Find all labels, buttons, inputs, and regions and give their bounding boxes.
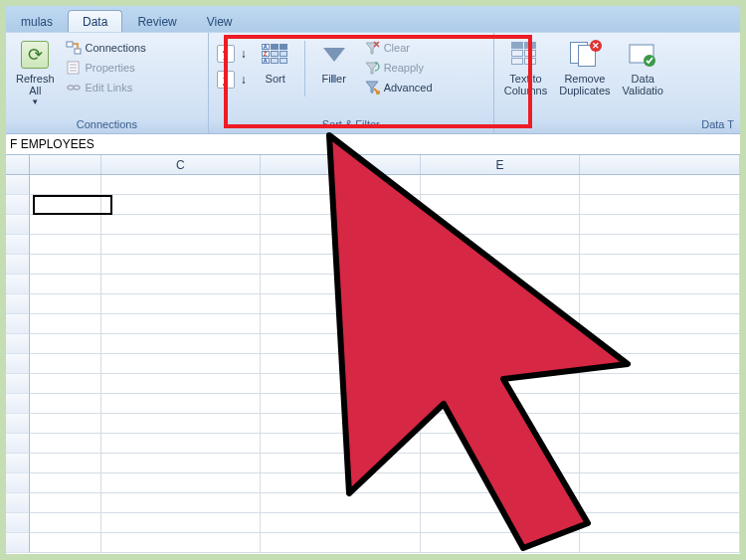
cell[interactable] [30, 414, 101, 434]
cell[interactable] [261, 414, 421, 434]
cell[interactable] [101, 235, 262, 255]
cell[interactable] [101, 493, 262, 513]
row-header[interactable] [6, 354, 30, 374]
cell[interactable] [30, 513, 101, 533]
cell[interactable] [421, 275, 581, 294]
cell[interactable] [580, 394, 740, 414]
row-header[interactable] [6, 314, 30, 334]
advanced-filter-button[interactable]: Advanced [361, 79, 436, 96]
cell[interactable] [421, 235, 581, 255]
cell[interactable] [261, 195, 421, 215]
row-header[interactable] [6, 414, 30, 434]
cell[interactable] [421, 334, 581, 354]
cell[interactable] [30, 354, 101, 374]
row-header[interactable] [6, 215, 30, 235]
row-header[interactable] [6, 175, 30, 195]
cell[interactable] [421, 215, 581, 235]
cell[interactable] [261, 513, 421, 533]
row-header[interactable] [6, 434, 30, 454]
cell[interactable] [30, 493, 101, 513]
cell[interactable] [421, 314, 581, 334]
cell[interactable] [261, 473, 421, 493]
column-header[interactable] [30, 155, 100, 174]
row-header[interactable] [6, 195, 30, 215]
column-header[interactable] [580, 155, 740, 174]
cell[interactable] [580, 374, 740, 394]
cell[interactable] [30, 255, 101, 275]
cell[interactable] [30, 394, 101, 414]
cell[interactable] [580, 215, 740, 235]
cell[interactable] [30, 195, 101, 215]
row-header[interactable] [6, 255, 30, 275]
data-validation-button[interactable]: Data Validatio [619, 37, 667, 116]
column-header-e[interactable]: E [421, 155, 581, 174]
cell[interactable] [30, 374, 101, 394]
cell[interactable] [580, 255, 740, 275]
cell[interactable] [101, 314, 262, 334]
connections-button[interactable]: Connections [63, 39, 149, 57]
cell[interactable] [101, 533, 262, 553]
cell[interactable] [30, 533, 101, 553]
remove-duplicates-button[interactable]: ✕ Remove Duplicates [555, 37, 614, 116]
column-header-c[interactable]: C [101, 155, 262, 174]
cell[interactable] [421, 533, 581, 553]
row-header[interactable] [6, 294, 30, 314]
row-header[interactable] [6, 513, 30, 533]
cell[interactable] [421, 294, 581, 314]
cell[interactable] [421, 394, 581, 414]
cell[interactable] [101, 394, 262, 414]
cell[interactable] [30, 454, 101, 473]
cell[interactable] [421, 175, 581, 195]
row-header[interactable] [6, 533, 30, 553]
sort-button[interactable]: A Z A Sort [253, 37, 298, 116]
cell[interactable] [261, 374, 421, 394]
spreadsheet-grid[interactable] [6, 175, 740, 553]
row-header[interactable] [6, 493, 30, 513]
cell[interactable] [580, 334, 740, 354]
cell[interactable] [261, 314, 421, 334]
sort-desc-button[interactable]: ZA↓ [215, 69, 249, 91]
cell[interactable] [580, 533, 740, 553]
cell[interactable] [101, 255, 262, 275]
cell[interactable] [30, 473, 101, 493]
filter-button[interactable]: Filter [311, 37, 357, 116]
cell[interactable] [261, 235, 421, 255]
cell[interactable] [30, 294, 101, 314]
cell[interactable] [580, 493, 740, 513]
row-header[interactable] [6, 473, 30, 493]
cell[interactable] [101, 195, 262, 215]
cell[interactable] [30, 434, 101, 454]
cell[interactable] [30, 215, 101, 235]
cell[interactable] [421, 354, 581, 374]
refresh-all-button[interactable]: ⟳ Refresh All ▼ [12, 37, 59, 116]
cell[interactable] [421, 374, 581, 394]
cell[interactable] [261, 294, 421, 314]
cell[interactable] [261, 454, 421, 473]
cell[interactable] [580, 235, 740, 255]
cell[interactable] [30, 334, 101, 354]
cell[interactable] [580, 434, 740, 454]
tab-data[interactable]: Data [68, 10, 122, 32]
row-header[interactable] [6, 334, 30, 354]
cell[interactable] [30, 314, 101, 334]
formula-bar[interactable]: F EMPLOYEES [6, 133, 740, 155]
cell[interactable] [580, 294, 740, 314]
cell[interactable] [30, 235, 101, 255]
cell[interactable] [101, 414, 262, 434]
sort-asc-button[interactable]: AZ↓ [215, 43, 249, 65]
column-header-d[interactable]: D [261, 155, 421, 174]
cell[interactable] [101, 294, 262, 314]
cell[interactable] [580, 454, 740, 473]
tab-formulas[interactable]: mulas [6, 10, 68, 32]
cell[interactable] [261, 215, 421, 235]
cell[interactable] [580, 314, 740, 334]
cell[interactable] [261, 493, 421, 513]
cell[interactable] [261, 334, 421, 354]
cell[interactable] [421, 255, 581, 275]
cell[interactable] [261, 533, 421, 553]
cell[interactable] [421, 473, 581, 493]
cell[interactable] [101, 215, 262, 235]
cell[interactable] [261, 255, 421, 275]
cell[interactable] [421, 434, 581, 454]
cell[interactable] [261, 394, 421, 414]
